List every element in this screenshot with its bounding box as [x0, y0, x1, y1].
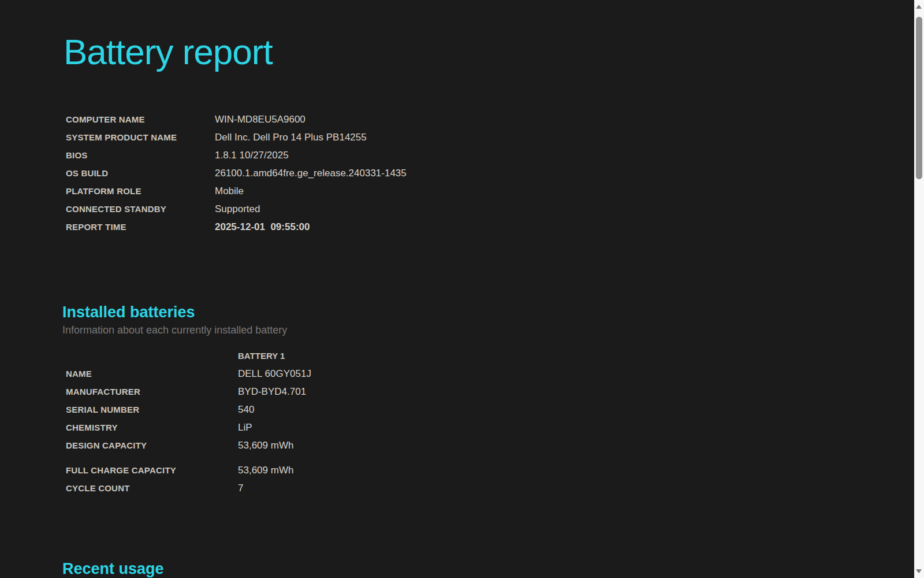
battery-value: 53,609 mWh	[238, 436, 293, 454]
battery-value: LiP	[238, 418, 252, 436]
installed-batteries-subtitle: Information about each currently install…	[62, 323, 914, 338]
battery-table-header-row: BATTERY 1	[66, 347, 914, 365]
system-info-label: PLATFORM ROLE	[66, 182, 215, 200]
battery-label: NAME	[66, 365, 238, 383]
battery-value: 53,609 mWh	[238, 461, 293, 479]
system-info-row: OS BUILD 26100.1.amd64fre.ge_release.240…	[66, 164, 914, 182]
system-info-row: CONNECTED STANDBY Supported	[66, 200, 914, 218]
system-info-label: BIOS	[66, 146, 215, 164]
battery-label: MANUFACTURER	[66, 383, 238, 401]
vertical-scrollbar[interactable]	[914, 0, 924, 578]
system-info-table: COMPUTER NAME WIN-MD8EU5A9600 SYSTEM PRO…	[66, 110, 914, 236]
system-info-value: Dell Inc. Dell Pro 14 Plus PB14255	[215, 128, 367, 146]
system-info-row: BIOS 1.8.1 10/27/2025	[66, 146, 914, 164]
scroll-up-icon[interactable]	[916, 5, 922, 9]
battery-row: SERIAL NUMBER 540	[66, 401, 914, 418]
battery-value: 540	[238, 401, 254, 418]
installed-batteries-heading: Installed batteries	[62, 302, 914, 323]
battery-label: FULL CHARGE CAPACITY	[66, 461, 238, 479]
battery-value: 7	[238, 479, 243, 497]
battery-table-group-gap	[66, 454, 914, 461]
system-info-label: COMPUTER NAME	[66, 110, 215, 128]
system-info-value: Supported	[215, 200, 260, 218]
report-time-value: 2025-12-01 09:55:00	[215, 218, 310, 236]
battery-row: DESIGN CAPACITY 53,609 mWh	[66, 436, 914, 454]
system-info-label: OS BUILD	[66, 164, 215, 182]
battery-label: CYCLE COUNT	[66, 479, 238, 497]
scroll-down-icon[interactable]	[916, 569, 922, 573]
scrollbar-thumb[interactable]	[916, 17, 922, 179]
battery-column-header: BATTERY 1	[238, 347, 285, 365]
system-info-value: WIN-MD8EU5A9600	[215, 110, 305, 128]
system-info-row: COMPUTER NAME WIN-MD8EU5A9600	[66, 110, 914, 128]
battery-row: FULL CHARGE CAPACITY 53,609 mWh	[66, 461, 914, 479]
recent-usage-section: Recent usage	[0, 558, 914, 578]
recent-usage-heading: Recent usage	[62, 558, 914, 578]
system-info-row: PLATFORM ROLE Mobile	[66, 182, 914, 200]
battery-value: BYD-BYD4.701	[238, 383, 306, 401]
installed-batteries-section: Installed batteries Information about ea…	[0, 302, 914, 497]
battery-report-page: Battery report COMPUTER NAME WIN-MD8EU5A…	[0, 0, 914, 578]
system-info-value: Mobile	[215, 182, 244, 200]
system-info-label: CONNECTED STANDBY	[66, 200, 215, 218]
battery-label: DESIGN CAPACITY	[66, 436, 238, 454]
system-info-label: REPORT TIME	[66, 218, 215, 236]
system-info-value: 26100.1.amd64fre.ge_release.240331-1435	[215, 164, 407, 182]
battery-value: DELL 60GY051J	[238, 365, 311, 383]
system-info-row-report-time: REPORT TIME 2025-12-01 09:55:00	[66, 218, 914, 236]
battery-label: SERIAL NUMBER	[66, 401, 238, 418]
battery-header-spacer	[66, 347, 238, 365]
system-info-label: SYSTEM PRODUCT NAME	[66, 128, 215, 146]
battery-details-table: BATTERY 1 NAME DELL 60GY051J MANUFACTURE…	[66, 347, 914, 497]
system-info-value: 1.8.1 10/27/2025	[215, 146, 289, 164]
system-info-row: SYSTEM PRODUCT NAME Dell Inc. Dell Pro 1…	[66, 128, 914, 146]
battery-row: CHEMISTRY LiP	[66, 418, 914, 436]
battery-label: CHEMISTRY	[66, 418, 238, 436]
battery-row: NAME DELL 60GY051J	[66, 365, 914, 383]
battery-row: CYCLE COUNT 7	[66, 479, 914, 497]
battery-row: MANUFACTURER BYD-BYD4.701	[66, 383, 914, 401]
page-title: Battery report	[64, 29, 914, 75]
